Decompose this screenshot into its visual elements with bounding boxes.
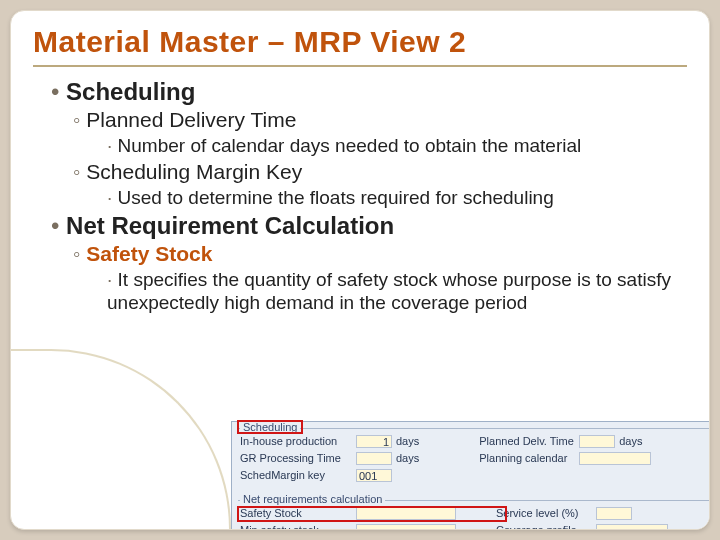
bullet-scheduling: Scheduling (51, 77, 679, 106)
bullet-sched-margin-desc: Used to determine the floats required fo… (107, 186, 679, 209)
sap-field-safetystock[interactable] (356, 507, 456, 520)
sap-lbl-minsafety: Min safety stock (238, 524, 356, 530)
sap-row-safetystock: Safety Stock Service level (%) (238, 505, 710, 521)
sap-field-planned-delv[interactable] (579, 435, 615, 448)
sap-lbl-service-level: Service level (%) (496, 507, 596, 519)
sap-field-service-level[interactable] (596, 507, 632, 520)
bullet-planned-delivery: Planned Delivery Time (73, 107, 679, 133)
slide-title: Material Master – MRP View 2 (11, 11, 709, 65)
sap-group-scheduling-label: Scheduling (240, 421, 300, 433)
sap-field-minsafety[interactable] (356, 524, 456, 531)
sap-group-netreq-label: Net requirements calculation (240, 493, 385, 505)
sap-row-schedmargin: SchedMargin key 001 (238, 467, 710, 483)
bullet-safety-stock-desc: It specifies the quantity of safety stoc… (107, 268, 679, 314)
sap-group-scheduling: Scheduling In-house production 1 days Pl… (238, 428, 710, 484)
sap-lbl-planning-cal: Planning calendar (479, 452, 579, 464)
sap-unit-days-3: days (396, 452, 419, 464)
sap-lbl-coverage: Coverage profile (496, 524, 596, 530)
sap-field-schedmargin[interactable]: 001 (356, 469, 392, 482)
slide-card: Material Master – MRP View 2 Scheduling … (10, 10, 710, 530)
sap-lbl-schedmargin: SchedMargin key (238, 469, 356, 481)
sap-row-inhouse: In-house production 1 days Planned Delv.… (238, 433, 710, 449)
sap-field-coverage[interactable] (596, 524, 668, 531)
sap-field-inhouse[interactable]: 1 (356, 435, 392, 448)
sap-panel: Scheduling In-house production 1 days Pl… (231, 421, 710, 530)
sap-field-gr[interactable] (356, 452, 392, 465)
bullet-safety-stock: Safety Stock (73, 241, 679, 267)
title-divider (33, 65, 687, 67)
bullet-net-req: Net Requirement Calculation (51, 211, 679, 240)
bullet-sched-margin: Scheduling Margin Key (73, 159, 679, 185)
bullet-planned-delivery-desc: Number of calendar days needed to obtain… (107, 134, 679, 157)
sap-lbl-gr: GR Processing Time (238, 452, 356, 464)
sap-row-minsafety: Min safety stock Coverage profile (238, 522, 710, 530)
slide-content: Scheduling Planned Delivery Time Number … (11, 77, 709, 314)
sap-lbl-safetystock: Safety Stock (238, 507, 356, 519)
sap-group-netreq: Net requirements calculation Safety Stoc… (238, 500, 710, 530)
sap-lbl-planned-delv: Planned Delv. Time (479, 435, 579, 447)
sap-unit-days-2: days (619, 435, 642, 447)
decorative-curve (11, 349, 231, 529)
sap-field-planning-cal[interactable] (579, 452, 651, 465)
sap-unit-days-1: days (396, 435, 419, 447)
sap-row-gr: GR Processing Time days Planning calenda… (238, 450, 710, 466)
sap-lbl-inhouse: In-house production (238, 435, 356, 447)
